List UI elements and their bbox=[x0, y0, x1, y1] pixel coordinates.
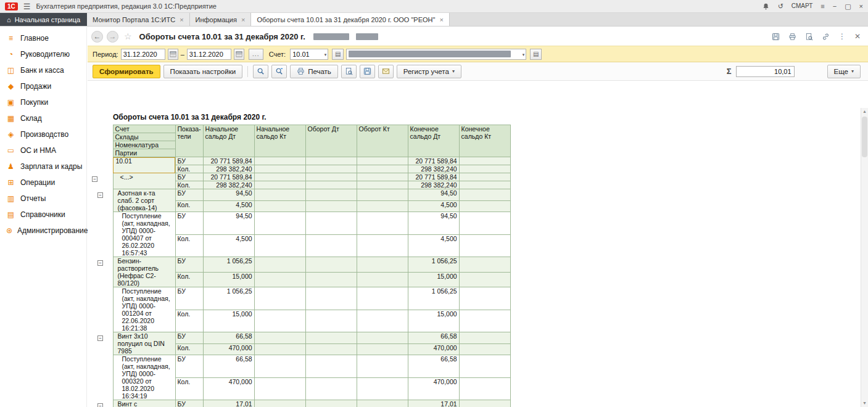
value-cell[interactable] bbox=[305, 377, 357, 400]
show-settings-button[interactable]: Показать настройки bbox=[163, 65, 243, 78]
value-cell[interactable] bbox=[305, 310, 357, 332]
autosum-field[interactable]: 10,01 bbox=[736, 66, 795, 77]
value-cell[interactable] bbox=[254, 343, 305, 355]
value-cell[interactable] bbox=[305, 355, 357, 378]
value-cell[interactable]: 470,000 bbox=[408, 377, 459, 400]
value-cell[interactable] bbox=[357, 181, 408, 189]
value-cell[interactable]: 298 382,240 bbox=[203, 181, 254, 189]
calendar-icon[interactable] bbox=[234, 49, 244, 60]
scroll-down-icon[interactable]: ▼ bbox=[861, 400, 868, 407]
scroll-up-icon[interactable]: ▲ bbox=[861, 108, 868, 115]
value-cell[interactable] bbox=[254, 400, 305, 407]
value-cell[interactable] bbox=[459, 332, 510, 344]
date-from-field[interactable] bbox=[121, 49, 165, 60]
indicator-cell[interactable]: Кол. bbox=[175, 181, 203, 189]
more-actions-icon[interactable]: ⋮ bbox=[838, 32, 846, 41]
indicator-cell[interactable]: Кол. bbox=[175, 310, 203, 332]
print-icon[interactable] bbox=[788, 33, 796, 41]
value-cell[interactable] bbox=[459, 355, 510, 378]
indicator-cell[interactable]: БУ bbox=[175, 157, 203, 165]
company-choose-icon[interactable]: ▤ bbox=[530, 49, 542, 60]
value-cell[interactable] bbox=[305, 157, 357, 165]
value-cell[interactable]: 94,50 bbox=[203, 212, 254, 235]
indicator-cell[interactable]: Кол. bbox=[175, 234, 203, 257]
save-file-button[interactable] bbox=[360, 65, 375, 78]
value-cell[interactable] bbox=[357, 212, 408, 235]
print-preview-button[interactable] bbox=[341, 65, 357, 78]
sidebar-item-purchases[interactable]: ▣Покупки bbox=[0, 94, 86, 110]
value-cell[interactable] bbox=[357, 189, 408, 201]
value-cell[interactable] bbox=[254, 310, 305, 332]
value-cell[interactable]: 298 382,240 bbox=[408, 181, 459, 189]
generate-button[interactable]: Сформировать bbox=[93, 65, 160, 78]
value-cell[interactable] bbox=[305, 343, 357, 355]
value-cell[interactable] bbox=[254, 165, 305, 173]
calendar-icon[interactable] bbox=[168, 49, 178, 60]
value-cell[interactable] bbox=[357, 157, 408, 165]
value-cell[interactable] bbox=[254, 332, 305, 344]
date-to-input[interactable] bbox=[188, 51, 231, 58]
value-cell[interactable]: 4,500 bbox=[203, 200, 254, 212]
value-cell[interactable] bbox=[254, 287, 305, 310]
value-cell[interactable]: 1 056,25 bbox=[408, 287, 459, 310]
back-button[interactable]: ← bbox=[91, 31, 103, 43]
value-cell[interactable] bbox=[357, 165, 408, 173]
value-cell[interactable] bbox=[357, 234, 408, 257]
value-cell[interactable] bbox=[459, 310, 510, 332]
value-cell[interactable]: 66,58 bbox=[408, 332, 459, 344]
value-cell[interactable]: 1 056,25 bbox=[203, 257, 254, 273]
main-menu-icon[interactable]: ☰ bbox=[23, 2, 31, 11]
service-menu-icon[interactable]: ≡ bbox=[820, 3, 824, 10]
date-to-field[interactable] bbox=[187, 49, 231, 60]
print-button[interactable]: Печать bbox=[290, 65, 338, 78]
row-label-cell[interactable]: 10.01 bbox=[113, 157, 175, 173]
value-cell[interactable] bbox=[254, 173, 305, 181]
indicator-cell[interactable]: Кол. bbox=[175, 272, 203, 287]
value-cell[interactable]: 20 771 589,84 bbox=[408, 157, 459, 165]
get-link-icon[interactable] bbox=[822, 33, 830, 41]
value-cell[interactable] bbox=[254, 157, 305, 165]
value-cell[interactable] bbox=[357, 310, 408, 332]
history-icon[interactable]: ↺ bbox=[778, 3, 783, 10]
value-cell[interactable] bbox=[254, 200, 305, 212]
value-cell[interactable]: 94,50 bbox=[408, 189, 459, 201]
value-cell[interactable]: 15,000 bbox=[408, 310, 459, 332]
value-cell[interactable] bbox=[459, 234, 510, 257]
close-window-icon[interactable]: × bbox=[859, 3, 863, 10]
accounting-register-button[interactable]: Регистр учета ▾ bbox=[397, 65, 461, 78]
row-label-cell[interactable]: Поступление (акт, накладная, УПД) 0000-0… bbox=[113, 212, 175, 257]
value-cell[interactable] bbox=[254, 377, 305, 400]
notifications-bell-icon[interactable] bbox=[762, 2, 770, 10]
date-from-input[interactable] bbox=[122, 51, 165, 58]
indicator-cell[interactable]: Кол. bbox=[175, 200, 203, 212]
value-cell[interactable] bbox=[254, 272, 305, 287]
forward-button[interactable]: → bbox=[107, 31, 118, 43]
chevron-down-icon[interactable]: ▾ bbox=[523, 52, 525, 57]
value-cell[interactable] bbox=[459, 181, 510, 189]
chevron-down-icon[interactable]: ▾ bbox=[324, 52, 327, 57]
value-cell[interactable] bbox=[357, 343, 408, 355]
value-cell[interactable]: 94,50 bbox=[203, 189, 254, 201]
indicator-cell[interactable]: Кол. bbox=[175, 343, 203, 355]
row-label-cell[interactable]: Бензин-растворитель (Нефрас С2-80/120) bbox=[113, 257, 175, 287]
value-cell[interactable]: 15,000 bbox=[203, 310, 254, 332]
value-cell[interactable]: 17,01 bbox=[408, 400, 459, 407]
sidebar-item-operations[interactable]: ⊞Операции bbox=[0, 175, 86, 191]
value-cell[interactable] bbox=[357, 377, 408, 400]
value-cell[interactable] bbox=[305, 212, 357, 235]
scrollbar-thumb[interactable] bbox=[862, 117, 867, 157]
account-choose-icon[interactable]: ▤ bbox=[332, 49, 344, 60]
value-cell[interactable] bbox=[254, 189, 305, 201]
row-label-cell[interactable]: Азотная к-та слаб. 2 сорт (фасовка-14) bbox=[113, 189, 175, 212]
value-cell[interactable] bbox=[459, 287, 510, 310]
value-cell[interactable]: 66,58 bbox=[408, 355, 459, 378]
value-cell[interactable] bbox=[305, 272, 357, 287]
value-cell[interactable] bbox=[357, 173, 408, 181]
more-button[interactable]: Еще ▾ bbox=[827, 65, 861, 78]
smart-service-label[interactable]: СМАРТ bbox=[792, 3, 812, 9]
indicator-cell[interactable]: БУ bbox=[175, 400, 203, 407]
favorite-star-icon[interactable]: ☆ bbox=[124, 31, 132, 41]
indicator-cell[interactable]: БУ bbox=[175, 189, 203, 201]
value-cell[interactable] bbox=[254, 257, 305, 273]
close-tab-icon[interactable]: × bbox=[439, 16, 443, 23]
